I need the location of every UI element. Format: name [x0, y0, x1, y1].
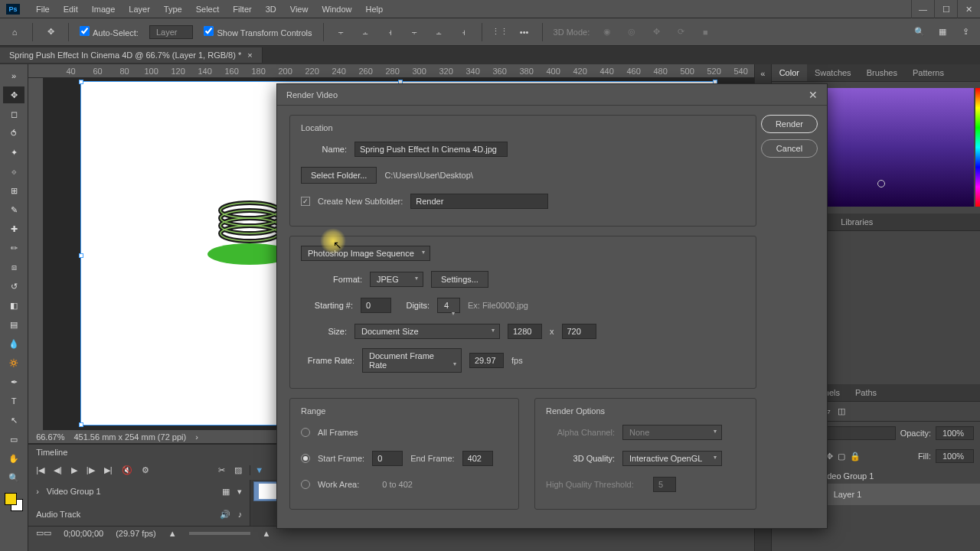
lock-all-icon[interactable]: 🔒 [850, 452, 861, 461]
settings-gear-icon[interactable]: ⚙ [142, 465, 149, 475]
menu-edit[interactable]: Edit [57, 5, 85, 14]
gradient-tool[interactable]: ▤ [3, 316, 24, 333]
format-dropdown[interactable]: JPEG [370, 272, 423, 287]
mute-icon[interactable]: 🔇 [122, 465, 132, 475]
zoom-out-icon[interactable]: ▲ [168, 529, 177, 538]
stamp-tool[interactable]: ⧇ [3, 259, 24, 276]
track-video-group[interactable]: Video Group 1 [47, 487, 101, 496]
hue-strip[interactable] [975, 88, 980, 207]
eyedropper-tool[interactable]: ✎ [3, 201, 24, 218]
cancel-button[interactable]: Cancel [761, 139, 818, 158]
search-icon[interactable]: 🔍 [913, 25, 926, 39]
marquee-tool[interactable]: ◻ [3, 106, 24, 122]
eraser-tool[interactable]: ◧ [3, 297, 24, 314]
menu-help[interactable]: Help [359, 5, 390, 14]
info-chevron-icon[interactable]: › [195, 432, 198, 442]
filter-smart-icon[interactable]: ◫ [838, 406, 845, 416]
brush-tool[interactable]: ✏ [3, 240, 24, 256]
menu-filter[interactable]: Filter [226, 5, 258, 14]
close-button[interactable]: ✕ [957, 0, 980, 18]
timeline-tab[interactable]: Timeline [36, 448, 67, 457]
starting-number-input[interactable] [361, 298, 391, 313]
select-folder-button[interactable]: Select Folder... [301, 167, 377, 184]
align-center-h-icon[interactable]: ⫠ [359, 25, 373, 39]
prev-frame-icon[interactable]: ◀| [54, 465, 62, 475]
expand-icon[interactable]: › [36, 487, 39, 496]
fill-input[interactable]: 100% [936, 449, 974, 463]
create-subfolder-checkbox[interactable] [301, 197, 310, 206]
align-right-icon[interactable]: ⫞ [384, 25, 397, 39]
more-icon[interactable]: ••• [518, 25, 531, 39]
menu-type[interactable]: Type [157, 5, 189, 14]
history-brush-tool[interactable]: ↺ [3, 278, 24, 295]
home-icon[interactable]: ⌂ [8, 25, 21, 39]
tab-color[interactable]: Color [772, 64, 807, 81]
tab-patterns[interactable]: Patterns [905, 64, 952, 81]
start-frame-input[interactable] [372, 451, 403, 466]
3d-quality-dropdown[interactable]: Interactive OpenGL [622, 451, 722, 466]
goto-first-icon[interactable]: |◀ [36, 465, 44, 475]
zoom-slider-icon[interactable]: ▲ [263, 529, 271, 538]
width-input[interactable] [508, 324, 542, 339]
lasso-tool[interactable]: ⥀ [3, 125, 24, 142]
opacity-input[interactable]: 100% [936, 426, 974, 440]
document-tab[interactable]: Spring Push Effect In Cinema 4D @ 66.7% … [0, 47, 263, 63]
align-middle-icon[interactable]: ⫠ [433, 25, 446, 39]
menu-view[interactable]: View [283, 5, 315, 14]
tab-swatches[interactable]: Swatches [807, 64, 859, 81]
tab-paths[interactable]: Paths [848, 384, 884, 401]
track-audio[interactable]: Audio Track [36, 510, 80, 519]
heal-tool[interactable]: ✚ [3, 220, 24, 237]
render-button[interactable]: Render [761, 115, 818, 133]
menu-3d[interactable]: 3D [259, 5, 283, 14]
lock-artboard-icon[interactable]: ▢ [838, 452, 845, 461]
crop-tool[interactable]: ⟐ [3, 163, 24, 180]
blur-tool[interactable]: 💧 [3, 335, 24, 352]
menu-window[interactable]: Window [315, 5, 358, 14]
subfolder-input[interactable] [410, 194, 548, 209]
tab-brushes[interactable]: Brushes [859, 64, 905, 81]
distribute-icon[interactable]: ⋮⋮ [493, 25, 507, 39]
goto-last-icon[interactable]: ▶| [104, 465, 113, 475]
transition-icon[interactable]: ▨ [234, 465, 242, 475]
hand-tool[interactable]: ✋ [3, 450, 24, 467]
timecode[interactable]: 0;00;00;00 [64, 529, 103, 538]
workspace-icon[interactable]: ▦ [936, 25, 949, 39]
show-transform-checkbox[interactable]: Show Transform Controls [204, 26, 312, 37]
next-frame-icon[interactable]: |▶ [87, 465, 95, 475]
play-icon[interactable]: ▶ [71, 465, 77, 475]
music-icon[interactable]: ♪ [238, 510, 243, 519]
height-input[interactable] [562, 324, 596, 339]
minimize-button[interactable]: — [911, 0, 934, 18]
menu-image[interactable]: Image [85, 5, 122, 14]
color-swatches[interactable] [5, 493, 23, 511]
align-bottom-icon[interactable]: ⫞ [457, 25, 471, 39]
settings-button[interactable]: Settings... [431, 271, 488, 288]
path-tool[interactable]: ↖ [3, 412, 24, 429]
digits-dropdown[interactable]: 4 [437, 298, 460, 313]
align-left-icon[interactable]: ⫟ [335, 25, 348, 39]
menu-select[interactable]: Select [189, 5, 227, 14]
auto-select-dropdown[interactable]: Layer [149, 25, 194, 39]
framerate-dropdown[interactable]: Document Frame Rate [362, 348, 462, 373]
menu-file[interactable]: File [29, 5, 57, 14]
tab-libraries[interactable]: Libraries [833, 214, 880, 230]
start-frame-radio[interactable] [301, 454, 310, 463]
track-menu-icon[interactable]: ▾ [237, 487, 242, 497]
size-dropdown[interactable]: Document Size [354, 324, 500, 339]
fps-input[interactable] [469, 353, 504, 368]
dialog-close-button[interactable]: ✕ [808, 89, 818, 101]
work-area-radio[interactable] [301, 480, 310, 489]
sequence-type-dropdown[interactable]: Photoshop Image Sequence [301, 246, 430, 261]
type-tool[interactable]: T [3, 393, 24, 409]
wand-tool[interactable]: ✦ [3, 144, 24, 161]
audio-icon[interactable]: 🔊 [220, 510, 230, 520]
track-film-icon[interactable]: ▦ [222, 487, 230, 497]
pen-tool[interactable]: ✒ [3, 373, 24, 390]
zoom-level[interactable]: 66.67% [36, 432, 64, 442]
all-frames-radio[interactable] [301, 428, 310, 437]
move-tool-icon[interactable]: ✥ [44, 25, 57, 39]
end-frame-input[interactable] [462, 451, 493, 466]
dodge-tool[interactable]: 🔅 [3, 354, 24, 371]
name-input[interactable] [354, 142, 508, 157]
